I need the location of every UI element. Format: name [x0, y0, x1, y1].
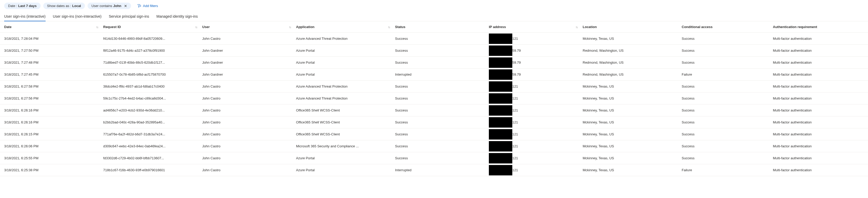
sort-icon[interactable]: ↑↓	[195, 26, 197, 29]
cell-application: Microsoft 365 Security and Compliance ..…	[296, 144, 395, 148]
cell-authentication-requirement: Multi-factor authentication	[773, 96, 864, 100]
ip-suffix: 59.79	[512, 73, 521, 76]
tab-user-sign-ins-non-interactive-[interactable]: User sign-ins (non-interactive)	[53, 13, 102, 21]
cell-location: Mckinney, Texas, US	[583, 84, 682, 88]
sort-icon[interactable]: ↑↓	[576, 26, 578, 29]
cell-application: Azure Advanced Threat Protection	[296, 84, 395, 88]
ip-suffix: 121	[512, 37, 518, 41]
table-row[interactable]: 3/18/2021, 7:28:04 PMf414d130-6446-4993-…	[0, 33, 868, 45]
ip-redaction-block	[489, 129, 512, 140]
cell-application: Azure Advanced Threat Protection	[296, 96, 395, 100]
table-row[interactable]: 3/18/2021, 7:27:48 PM71d8bed7-013f-40bb-…	[0, 57, 868, 69]
cell-request-id: 59c1c75c-27b4-4ed2-b4ac-c89ca8d304...	[103, 96, 202, 100]
cell-date: 3/18/2021, 6:27:56 PM	[4, 96, 103, 100]
cell-location: Mckinney, Texas, US	[583, 156, 682, 160]
ip-suffix: 121	[512, 120, 518, 124]
table-row[interactable]: 3/18/2021, 6:26:16 PMad4856c7-e203-4cb2-…	[0, 105, 868, 116]
filter-showdates-pill[interactable]: Show dates as : Local	[43, 3, 85, 9]
filter-date-pill[interactable]: Date : Last 7 days	[4, 3, 41, 9]
cell-status: Success	[395, 144, 489, 148]
cell-authentication-requirement: Multi-factor authentication	[773, 84, 864, 88]
ip-redaction-block	[489, 81, 512, 92]
table-row[interactable]: 3/18/2021, 6:25:55 PMfd3302d6-c729-4b02-…	[0, 152, 868, 164]
cell-application: Azure Portal	[296, 49, 395, 52]
tab-managed-identity-sign-ins[interactable]: Managed identity sign-ins	[156, 13, 198, 21]
ip-redaction-block	[489, 165, 512, 175]
cell-user: John Gardner	[202, 49, 296, 52]
column-header-user[interactable]: User↑↓	[202, 25, 296, 29]
cell-request-id: ad4856c7-e203-4cb2-930d-4e36dd210...	[103, 108, 202, 112]
table-row[interactable]: 3/18/2021, 6:27:56 PM59c1c75c-27b4-4ed2-…	[0, 92, 868, 105]
table-row[interactable]: 3/18/2021, 6:27:58 PM38dcd4e2-ff8c-4937-…	[0, 81, 868, 92]
filter-user-pill[interactable]: User contains John ✕	[88, 3, 131, 9]
sort-icon[interactable]: ↑↓	[289, 26, 291, 29]
cell-user: John Castro	[202, 156, 296, 160]
table-row[interactable]: 3/18/2021, 6:26:16 PMb2bb2bad-040c-428a-…	[0, 116, 868, 128]
ip-redaction-block	[489, 93, 512, 104]
cell-date: 3/18/2021, 7:27:50 PM	[4, 49, 103, 52]
filter-date-value: Last 7 days	[18, 4, 37, 8]
add-filters-button[interactable]: Add filters	[134, 3, 162, 9]
cell-date: 3/18/2021, 6:26:16 PM	[4, 108, 103, 112]
cell-ip-address: 121	[489, 129, 583, 140]
cell-application: Azure Portal	[296, 61, 395, 65]
cell-date: 3/18/2021, 7:28:04 PM	[4, 37, 103, 41]
sort-icon[interactable]: ↑↓	[388, 26, 390, 29]
filter-add-icon	[137, 4, 142, 8]
column-header-application[interactable]: Application↑↓	[296, 25, 395, 29]
cell-status: Interrupted	[395, 73, 489, 76]
cell-location: Mckinney, Texas, US	[583, 120, 682, 124]
ip-suffix: 121	[512, 168, 518, 172]
cell-user: John Castro	[202, 144, 296, 148]
cell-location: Redmond, Washington, US	[583, 61, 682, 65]
table-row[interactable]: 3/18/2021, 6:26:06 PMd309c647-eebc-42e3-…	[0, 140, 868, 152]
column-header-label: User	[202, 25, 210, 29]
ip-redaction-block	[489, 117, 512, 128]
cell-request-id: b2bb2bad-040c-428a-90ad-352895a40...	[103, 120, 202, 124]
cell-date: 3/18/2021, 6:25:38 PM	[4, 168, 103, 172]
sort-icon[interactable]: ↑↓	[96, 26, 98, 29]
cell-ip-address: 59.79	[489, 45, 583, 56]
cell-authentication-requirement: Multi-factor authentication	[773, 49, 864, 52]
cell-ip-address: 121	[489, 34, 583, 44]
filter-user-label: User contains	[91, 4, 112, 8]
cell-conditional-access: Failure	[682, 168, 773, 172]
table-header: Date↑↓Request ID↑↓User↑↓Application↑↓Sta…	[0, 21, 868, 33]
cell-application: Azure Portal	[296, 73, 395, 76]
close-icon[interactable]: ✕	[124, 4, 127, 8]
ip-redaction-block	[489, 153, 512, 163]
cell-conditional-access: Success	[682, 156, 773, 160]
cell-status: Success	[395, 49, 489, 52]
cell-ip-address: 59.79	[489, 57, 583, 68]
cell-user: John Gardner	[202, 73, 296, 76]
cell-location: Mckinney, Texas, US	[583, 108, 682, 112]
column-header-date[interactable]: Date↑↓	[4, 25, 103, 29]
cell-authentication-requirement: Multi-factor authentication	[773, 108, 864, 112]
tab-service-principal-sign-ins[interactable]: Service principal sign-ins	[108, 13, 149, 21]
column-header-label: Location	[583, 25, 597, 29]
table-row[interactable]: 3/18/2021, 6:25:38 PM718b1c67-f16b-4630-…	[0, 164, 868, 176]
cell-date: 3/18/2021, 6:26:06 PM	[4, 144, 103, 148]
cell-status: Success	[395, 37, 489, 41]
cell-request-id: 615507a7-0c78-4b85-bf8d-acf175870700	[103, 73, 202, 76]
table-row[interactable]: 3/18/2021, 7:27:45 PM615507a7-0c78-4b85-…	[0, 69, 868, 81]
cell-ip-address: 121	[489, 81, 583, 92]
cell-status: Success	[395, 156, 489, 160]
ip-redaction-block	[489, 45, 512, 56]
cell-location: Mckinney, Texas, US	[583, 144, 682, 148]
ip-suffix: 121	[512, 144, 518, 148]
cell-authentication-requirement: Multi-factor authentication	[773, 132, 864, 136]
table-row[interactable]: 3/18/2021, 7:27:50 PMf8f12a46-9175-4d4c-…	[0, 45, 868, 57]
table-row[interactable]: 3/18/2021, 6:26:15 PM771af76e-6a2f-482d-…	[0, 128, 868, 140]
cell-application: Azure Portal	[296, 168, 395, 172]
column-header-label: IP address	[489, 25, 506, 29]
column-header-label: Authentication requirement	[773, 25, 817, 29]
column-header-request-id[interactable]: Request ID↑↓	[103, 25, 202, 29]
cell-date: 3/18/2021, 6:26:16 PM	[4, 120, 103, 124]
tabs: User sign-ins (interactive)User sign-ins…	[0, 11, 868, 21]
filter-user-value: John	[113, 4, 121, 8]
column-header-label: Status	[395, 25, 405, 29]
cell-location: Redmond, Washington, US	[583, 73, 682, 76]
tab-user-sign-ins-interactive-[interactable]: User sign-ins (interactive)	[4, 13, 45, 21]
column-header-ip-address[interactable]: IP address↑↓	[489, 25, 583, 29]
